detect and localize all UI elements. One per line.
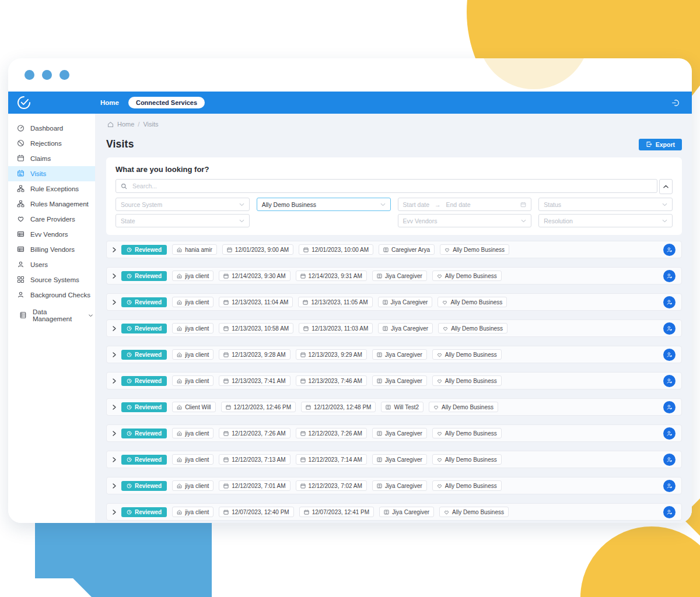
breadcrumb-home[interactable]: Home: [117, 121, 134, 128]
caregiver-chip: Jiya Caregiver: [378, 323, 433, 333]
expand-chevron-icon[interactable]: [113, 405, 116, 410]
visit-end-chip: 12/01/2023, 10:00 AM: [299, 244, 373, 255]
clock-icon: [127, 378, 132, 384]
source-system-filter[interactable]: Source System: [116, 198, 250, 211]
billing-vendors-icon: [17, 245, 25, 254]
clock-icon: [127, 457, 132, 462]
visit-start-icon: [223, 273, 229, 279]
assign-user-button[interactable]: [663, 401, 676, 413]
visit-row[interactable]: Reviewed Client Will: [106, 398, 682, 416]
status-filter[interactable]: Status: [538, 198, 673, 211]
visit-end-icon: [303, 326, 309, 331]
visit-row[interactable]: Reviewed jiya client: [106, 451, 682, 468]
sidebar-item-visits[interactable]: Visits: [8, 166, 95, 181]
expand-chevron-icon[interactable]: [113, 300, 116, 305]
expand-chevron-icon[interactable]: [113, 457, 116, 462]
date-range-filter[interactable]: Start date → End date: [398, 198, 532, 211]
visit-start-chip: 12/12/2023, 7:26 AM: [219, 428, 290, 438]
expand-chevron-icon[interactable]: [113, 247, 116, 252]
assign-user-button[interactable]: [663, 349, 676, 361]
state-filter[interactable]: State: [116, 214, 250, 227]
sidebar-item-users[interactable]: Users: [8, 257, 95, 272]
visit-row[interactable]: Reviewed jiya client: [106, 477, 682, 494]
assign-user-button[interactable]: [663, 506, 676, 518]
evv-vendors-filter[interactable]: Evv Vendors: [398, 214, 532, 227]
assign-user-button[interactable]: [663, 480, 676, 492]
chevron-down-icon: [521, 219, 526, 223]
sidebar-item-rules-management[interactable]: Rules Management: [8, 196, 95, 212]
evv-vendors-icon: [17, 230, 25, 238]
client-icon: [177, 300, 182, 305]
assign-user-button[interactable]: [663, 427, 676, 440]
resolution-filter[interactable]: Resolution: [538, 214, 673, 227]
expand-chevron-icon[interactable]: [113, 483, 116, 489]
expand-chevron-icon[interactable]: [113, 273, 116, 279]
visit-row[interactable]: Reviewed jiya client: [106, 503, 682, 521]
visit-row[interactable]: Reviewed jiya client: [106, 319, 682, 337]
visit-start-icon: [223, 431, 229, 436]
sidebar-item-rule-exceptions[interactable]: Rule Exceptions: [8, 181, 95, 196]
sidebar-item-billing-vendors[interactable]: Billing Vendors: [8, 242, 95, 257]
client-icon: [177, 273, 182, 279]
client-chip: jiya client: [172, 428, 214, 438]
heart-icon: [437, 431, 442, 436]
clock-icon: [127, 510, 132, 515]
business-chip: Ally Demo Business: [439, 507, 509, 517]
logout-icon[interactable]: [671, 99, 680, 107]
assign-user-button[interactable]: [663, 375, 676, 387]
window-dot-icon: [24, 70, 34, 80]
person-add-icon: [666, 378, 673, 384]
visit-start-chip: 12/12/2023, 7:13 AM: [219, 454, 290, 465]
client-icon: [177, 352, 182, 357]
assign-user-button[interactable]: [663, 244, 676, 256]
sidebar-item-background-checks[interactable]: Background Checks: [8, 287, 95, 303]
decorative-gold-circle-bottom: [580, 526, 700, 597]
status-badge: Reviewed: [121, 297, 167, 307]
nav-link-connected-services[interactable]: Connected Services: [128, 97, 205, 108]
claims-icon: [17, 154, 25, 163]
search-input[interactable]: [131, 182, 652, 190]
sidebar-item-data-management[interactable]: Data Management: [8, 305, 95, 326]
sidebar-item-dashboard[interactable]: Dashboard: [8, 121, 95, 136]
page: Home Connected Services Dashboard: [0, 0, 700, 597]
clock-icon: [127, 431, 132, 436]
client-chip: jiya client: [172, 375, 214, 386]
visit-end-icon: [300, 352, 306, 357]
sidebar-item-care-providers[interactable]: Care Providers: [8, 212, 95, 227]
sidebar-item-rejections[interactable]: Rejections: [8, 136, 95, 151]
export-button[interactable]: Export: [639, 139, 682, 150]
visit-end-icon: [306, 405, 311, 410]
visit-row[interactable]: Reviewed jiya client: [106, 346, 682, 363]
expand-chevron-icon[interactable]: [113, 431, 116, 436]
nav-link-home[interactable]: Home: [100, 99, 119, 106]
caregiver-chip: Jiya Caregiver: [372, 480, 427, 491]
business-filter[interactable]: Ally Demo Business: [257, 198, 391, 211]
visit-row[interactable]: Reviewed jiya client: [106, 267, 682, 285]
expand-chevron-icon[interactable]: [113, 326, 116, 331]
caregiver-icon: [377, 483, 382, 489]
sidebar-item-evv-vendors[interactable]: Evv Vendors: [8, 227, 95, 242]
visit-row[interactable]: Reviewed hania amir: [106, 241, 682, 258]
expand-chevron-icon[interactable]: [113, 510, 116, 515]
visit-row[interactable]: Reviewed jiya client: [106, 293, 682, 311]
sidebar-item-claims[interactable]: Claims: [8, 151, 95, 166]
expand-chevron-icon[interactable]: [113, 352, 116, 357]
assign-user-button[interactable]: [663, 270, 676, 282]
caregiver-chip: Jiya Caregiver: [378, 297, 433, 307]
collapse-filters-button[interactable]: [659, 179, 673, 194]
assign-user-button[interactable]: [663, 322, 676, 335]
visit-start-icon: [223, 300, 229, 305]
sidebar-item-source-systems[interactable]: Source Systems: [8, 272, 95, 287]
caregiver-icon: [377, 352, 382, 357]
assign-user-button[interactable]: [663, 296, 676, 308]
visit-end-chip: 12/12/2023, 7:26 AM: [296, 428, 367, 438]
dashboard-icon: [17, 124, 25, 132]
assign-user-button[interactable]: [663, 454, 676, 466]
person-add-icon: [666, 404, 673, 410]
visit-row[interactable]: Reviewed jiya client: [106, 424, 682, 442]
visit-row[interactable]: Reviewed jiya client: [106, 372, 682, 389]
visit-end-icon: [303, 300, 308, 305]
heart-icon: [444, 247, 450, 252]
expand-chevron-icon[interactable]: [113, 378, 116, 384]
page-title: Visits: [106, 138, 134, 150]
